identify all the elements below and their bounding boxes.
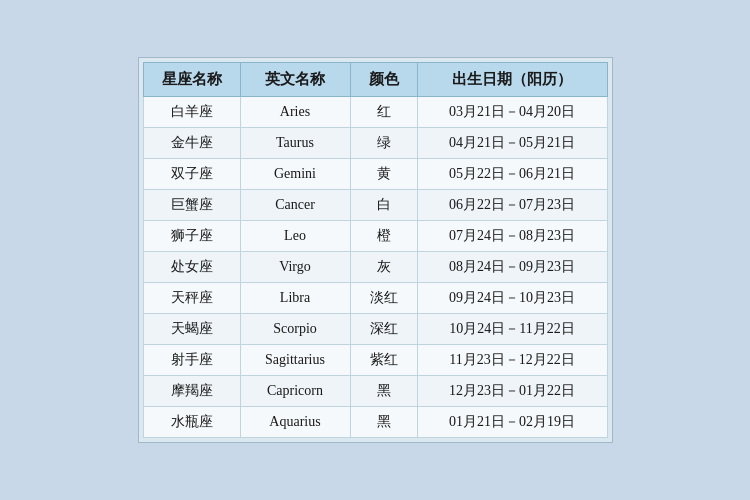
- cell-english: Sagittarius: [240, 345, 350, 376]
- cell-date: 12月23日－01月22日: [417, 376, 607, 407]
- cell-english: Aquarius: [240, 407, 350, 438]
- cell-color: 白: [350, 190, 417, 221]
- table-row: 金牛座Taurus绿04月21日－05月21日: [143, 128, 607, 159]
- cell-chinese: 巨蟹座: [143, 190, 240, 221]
- cell-date: 11月23日－12月22日: [417, 345, 607, 376]
- cell-color: 黑: [350, 376, 417, 407]
- table-row: 白羊座Aries红03月21日－04月20日: [143, 97, 607, 128]
- cell-color: 红: [350, 97, 417, 128]
- cell-date: 03月21日－04月20日: [417, 97, 607, 128]
- cell-date: 06月22日－07月23日: [417, 190, 607, 221]
- cell-chinese: 处女座: [143, 252, 240, 283]
- cell-chinese: 金牛座: [143, 128, 240, 159]
- cell-date: 04月21日－05月21日: [417, 128, 607, 159]
- header-chinese: 星座名称: [143, 63, 240, 97]
- cell-english: Scorpio: [240, 314, 350, 345]
- zodiac-table: 星座名称 英文名称 颜色 出生日期（阳历） 白羊座Aries红03月21日－04…: [143, 62, 608, 438]
- table-row: 天秤座Libra淡红09月24日－10月23日: [143, 283, 607, 314]
- cell-chinese: 天秤座: [143, 283, 240, 314]
- cell-chinese: 射手座: [143, 345, 240, 376]
- cell-chinese: 水瓶座: [143, 407, 240, 438]
- cell-chinese: 白羊座: [143, 97, 240, 128]
- cell-color: 深红: [350, 314, 417, 345]
- cell-english: Taurus: [240, 128, 350, 159]
- cell-english: Virgo: [240, 252, 350, 283]
- cell-english: Libra: [240, 283, 350, 314]
- zodiac-table-container: 星座名称 英文名称 颜色 出生日期（阳历） 白羊座Aries红03月21日－04…: [138, 57, 613, 443]
- table-row: 狮子座Leo橙07月24日－08月23日: [143, 221, 607, 252]
- cell-date: 05月22日－06月21日: [417, 159, 607, 190]
- cell-date: 01月21日－02月19日: [417, 407, 607, 438]
- table-row: 天蝎座Scorpio深红10月24日－11月22日: [143, 314, 607, 345]
- cell-chinese: 狮子座: [143, 221, 240, 252]
- table-row: 摩羯座Capricorn黑12月23日－01月22日: [143, 376, 607, 407]
- table-row: 射手座Sagittarius紫红11月23日－12月22日: [143, 345, 607, 376]
- header-english: 英文名称: [240, 63, 350, 97]
- cell-date: 07月24日－08月23日: [417, 221, 607, 252]
- cell-chinese: 双子座: [143, 159, 240, 190]
- cell-date: 08月24日－09月23日: [417, 252, 607, 283]
- cell-english: Aries: [240, 97, 350, 128]
- cell-english: Cancer: [240, 190, 350, 221]
- cell-date: 09月24日－10月23日: [417, 283, 607, 314]
- table-row: 处女座Virgo灰08月24日－09月23日: [143, 252, 607, 283]
- cell-color: 紫红: [350, 345, 417, 376]
- table-row: 双子座Gemini黄05月22日－06月21日: [143, 159, 607, 190]
- header-color: 颜色: [350, 63, 417, 97]
- table-header-row: 星座名称 英文名称 颜色 出生日期（阳历）: [143, 63, 607, 97]
- header-date: 出生日期（阳历）: [417, 63, 607, 97]
- cell-english: Gemini: [240, 159, 350, 190]
- cell-color: 灰: [350, 252, 417, 283]
- cell-chinese: 天蝎座: [143, 314, 240, 345]
- table-row: 巨蟹座Cancer白06月22日－07月23日: [143, 190, 607, 221]
- cell-english: Capricorn: [240, 376, 350, 407]
- cell-english: Leo: [240, 221, 350, 252]
- table-row: 水瓶座Aquarius黑01月21日－02月19日: [143, 407, 607, 438]
- cell-color: 黄: [350, 159, 417, 190]
- cell-color: 橙: [350, 221, 417, 252]
- cell-chinese: 摩羯座: [143, 376, 240, 407]
- cell-color: 黑: [350, 407, 417, 438]
- cell-date: 10月24日－11月22日: [417, 314, 607, 345]
- cell-color: 淡红: [350, 283, 417, 314]
- cell-color: 绿: [350, 128, 417, 159]
